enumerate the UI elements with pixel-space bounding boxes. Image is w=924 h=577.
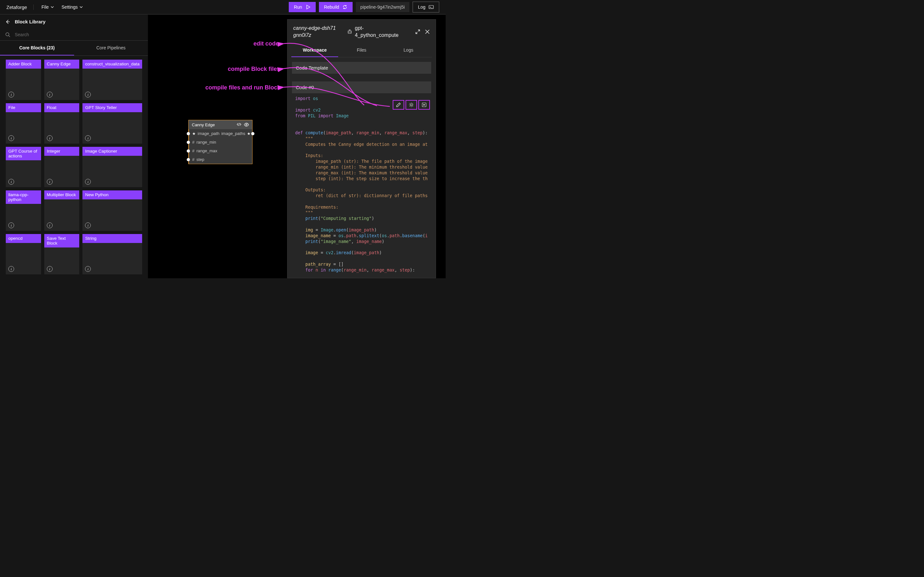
brand: Zetaforge [6, 5, 34, 10]
block-card[interactable]: Image Captioneri [82, 147, 142, 187]
node-input-step[interactable]: # step [188, 155, 252, 164]
block-card[interactable]: New Pythoni [82, 190, 142, 231]
refresh-icon [342, 5, 347, 10]
pipeline-name-field[interactable]: pipeline-9g47in2wmj5i [356, 2, 409, 12]
tab-core-pipelines[interactable]: Core Pipelines [74, 41, 148, 55]
tab-workspace[interactable]: Workspace [291, 44, 338, 57]
run-block-icon [422, 102, 427, 107]
info-icon[interactable]: i [8, 92, 14, 97]
node-input-range-max[interactable]: # range_max [188, 147, 252, 155]
info-icon[interactable]: i [47, 179, 53, 185]
code-body[interactable]: import os import cv2from PIL import Imag… [292, 93, 431, 278]
hash-icon: # [192, 140, 194, 145]
pencil-icon [396, 102, 401, 107]
gear-icon [409, 102, 414, 107]
info-icon[interactable]: i [47, 266, 53, 272]
info-icon[interactable]: i [85, 222, 91, 228]
play-icon [305, 5, 310, 10]
log-button[interactable]: Log [413, 2, 439, 13]
block-card-title: Canny Edge [44, 60, 79, 69]
block-card-title: File [6, 103, 41, 112]
block-card-title: New Python [82, 190, 142, 199]
info-icon[interactable]: i [85, 179, 91, 185]
svg-point-4 [349, 32, 349, 32]
block-card[interactable]: opencdi [6, 234, 41, 274]
block-card[interactable]: GPT Course of actionsi [6, 147, 41, 187]
block-card-title: GPT Story Teller [82, 103, 142, 112]
block-card-title: opencd [6, 234, 41, 243]
close-icon[interactable] [425, 29, 430, 34]
block-card[interactable]: Save Text Blocki [44, 234, 79, 274]
block-card-title: Image Captioner [82, 147, 142, 156]
code-template-row[interactable]: Code Template [292, 62, 431, 74]
menu-file-label: File [41, 5, 49, 10]
block-card[interactable]: Adder Blocki [6, 60, 41, 100]
block-card[interactable]: Integeri [44, 147, 79, 187]
chevron-down-icon [79, 5, 83, 9]
block-card-title: Multiplier Block [44, 190, 79, 199]
block-card[interactable]: Floati [44, 103, 79, 143]
block-grid: Adder BlockiCanny Edgeiconstruct_visuali… [0, 56, 148, 278]
back-arrow-icon[interactable] [5, 19, 10, 24]
library-title: Block Library [15, 19, 45, 24]
svg-point-1 [6, 33, 9, 36]
annotation-edit: edit code [254, 40, 279, 47]
block-card[interactable]: Canny Edgei [44, 60, 79, 100]
run-label: Run [294, 5, 302, 10]
block-card[interactable]: GPT Story Telleri [82, 103, 142, 143]
rebuild-button[interactable]: Rebuild [319, 2, 352, 12]
info-icon[interactable]: i [85, 135, 91, 141]
svg-point-6 [410, 104, 412, 106]
info-icon[interactable]: i [8, 179, 14, 185]
block-card-title: String [82, 234, 142, 243]
block-card[interactable]: Filei [6, 103, 41, 143]
block-card-title: Float [44, 103, 79, 112]
star-icon: ★ [192, 131, 196, 136]
tab-core-blocks[interactable]: Core Blocks (23) [0, 41, 74, 55]
block-card-title: Integer [44, 147, 79, 156]
edit-code-button[interactable] [393, 100, 404, 110]
node-title: Canny Edge [192, 122, 215, 127]
chevron-down-icon [51, 5, 54, 9]
block-card[interactable]: llama-cpp-pythoni [6, 190, 41, 231]
info-icon[interactable]: i [85, 266, 91, 272]
code-icon[interactable] [237, 122, 241, 127]
info-icon[interactable]: i [47, 135, 53, 141]
block-card-title: GPT Course of actions [6, 147, 41, 160]
info-icon[interactable]: i [8, 135, 14, 141]
robot-icon [347, 29, 352, 35]
info-icon[interactable]: i [85, 92, 91, 97]
info-icon[interactable]: i [8, 222, 14, 228]
tab-files[interactable]: Files [338, 44, 385, 57]
node-canny-edge[interactable]: Canny Edge ★ image_path image_paths ★ # … [188, 120, 252, 164]
info-icon[interactable]: i [47, 222, 53, 228]
info-icon[interactable]: i [8, 266, 14, 272]
node-input-image-path[interactable]: ★ image_path image_paths ★ [188, 129, 252, 138]
run-button[interactable]: Run [289, 2, 316, 12]
block-card-title: llama-cpp-python [6, 190, 41, 204]
top-bar: Zetaforge File Settings Run Rebuild pipe… [0, 0, 446, 15]
block-card[interactable]: Stringi [82, 234, 142, 274]
search-input[interactable] [15, 32, 143, 37]
block-card-title: construct_visualization_data [82, 60, 142, 69]
block-library-sidebar: Block Library Core Blocks (23) Core Pipe… [0, 15, 148, 278]
compile-run-button[interactable] [418, 100, 430, 110]
tab-logs[interactable]: Logs [385, 44, 432, 57]
maximize-icon[interactable] [415, 29, 420, 34]
compile-button[interactable] [405, 100, 417, 110]
block-card[interactable]: Multiplier Blocki [44, 190, 79, 231]
search-icon [5, 32, 10, 37]
log-label: Log [418, 5, 425, 10]
annotation-run: compile files and run Block [205, 84, 280, 91]
compute-id: gpt-4_python_compute [347, 25, 402, 39]
node-input-range-min[interactable]: # range_min [188, 138, 252, 147]
terminal-icon [429, 5, 434, 10]
rebuild-label: Rebuild [324, 5, 339, 10]
menu-file[interactable]: File [41, 5, 54, 10]
star-icon: ★ [247, 131, 250, 136]
eye-icon[interactable] [244, 122, 249, 127]
menu-settings[interactable]: Settings [61, 5, 83, 10]
menu-settings-label: Settings [61, 5, 78, 10]
info-icon[interactable]: i [47, 92, 53, 97]
block-card[interactable]: construct_visualization_datai [82, 60, 142, 100]
